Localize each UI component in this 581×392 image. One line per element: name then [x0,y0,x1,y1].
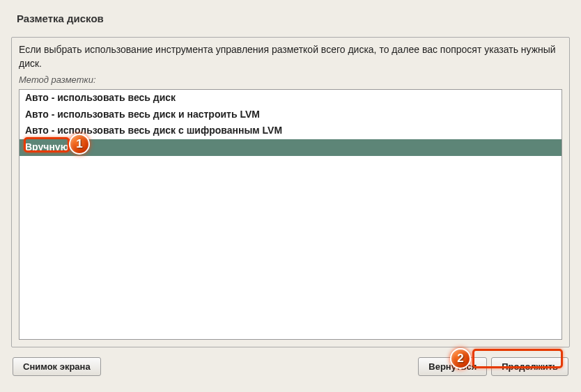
description-text: Если выбрать использование инструмента у… [19,43,562,70]
list-item[interactable]: Авто - использовать весь диск с шифрован… [20,123,561,139]
list-item[interactable]: Авто - использовать весь диск и настроит… [20,107,561,123]
list-item[interactable]: Авто - использовать весь диск [20,90,561,107]
button-group-right: Вернуться Продолжить [418,357,568,376]
list-item-selected[interactable]: Вручную [20,139,561,156]
button-row: Снимок экрана Вернуться Продолжить [8,357,573,376]
method-label: Метод разметки: [19,75,562,85]
content-panel: Если выбрать использование инструмента у… [11,37,570,347]
continue-button[interactable]: Продолжить [491,357,568,376]
partition-method-list[interactable]: Авто - использовать весь диск Авто - исп… [19,89,562,340]
installer-window: Разметка дисков Если выбрать использован… [0,0,581,392]
window-title: Разметка дисков [8,7,573,27]
annotation-marker-1: 1 [69,134,90,155]
annotation-marker-2: 2 [450,348,471,369]
screenshot-button[interactable]: Снимок экрана [13,357,101,376]
